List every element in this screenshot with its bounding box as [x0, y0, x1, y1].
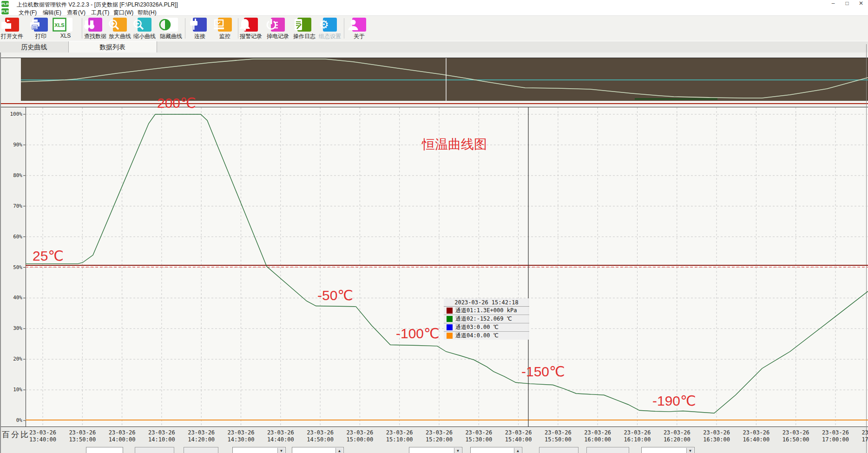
y-tick-label: 40%	[1, 295, 22, 301]
x-tick-label: 23-03-2614:20:00	[183, 429, 220, 443]
bottom-select-2[interactable]: ▼	[409, 447, 462, 453]
x-tick-label: 23-03-2615:00:00	[341, 429, 378, 443]
x-tick-label: 23-03-2613:40:00	[24, 429, 61, 443]
channel-value: 通道02:-152.069 ℃	[455, 315, 512, 323]
x-tick-label: 23-03-2615:20:00	[421, 429, 458, 443]
dropdown-arrow-icon[interactable]: ▼	[686, 448, 694, 453]
channel-color-swatch	[447, 324, 453, 330]
tooltip-row: 通道04:0.00 ℃	[444, 332, 529, 340]
x-tick-label: 23-03-2616:00:00	[579, 429, 616, 443]
bottom-label-1	[358, 447, 387, 453]
channel-color-swatch	[447, 308, 453, 314]
x-tick-label: 23-03-2616:40:00	[737, 429, 775, 443]
spinner-up-icon[interactable]: ▲	[335, 448, 343, 453]
y-axis-title: 百分比	[2, 429, 30, 440]
annot-m190c: -190℃	[652, 393, 696, 409]
x-tick-label: 23-03-2614:40:00	[262, 429, 299, 443]
y-tick-label: 90%	[1, 142, 22, 148]
annot-25c: 25℃	[33, 248, 64, 264]
channel-value: 通道03:0.00 ℃	[455, 323, 499, 331]
bottom-select-3[interactable]: ▼	[641, 447, 695, 453]
x-tick-label: 23-03-2614:00:00	[104, 429, 141, 443]
x-tick-label: 23-03-2614:50:00	[302, 429, 339, 443]
bottom-input-1[interactable]	[86, 447, 123, 453]
channel-color-swatch	[447, 316, 453, 322]
y-tick-label: 80%	[1, 172, 22, 178]
bottom-button-2[interactable]	[184, 447, 218, 453]
dropdown-arrow-icon[interactable]: ▼	[277, 448, 285, 453]
x-tick-label: 23-03-2614:30:00	[223, 429, 260, 443]
channel-color-swatch	[447, 333, 453, 339]
bottom-spinner-2[interactable]: ▲	[470, 447, 522, 453]
x-tick-label: 23-03-2616:20:00	[658, 429, 696, 443]
crosshair-tooltip: 2023-03-26 15:42:18 通道01:1.3E+000 kPa通道0…	[444, 298, 529, 340]
overview-curve	[21, 59, 868, 98]
y-tick-label: 50%	[1, 264, 22, 270]
y-tick-label: 60%	[1, 234, 22, 240]
y-tick-label: 0%	[1, 417, 22, 423]
y-tick-label: 70%	[1, 203, 22, 209]
x-tick-label: 23-03-2617:00:00	[817, 429, 854, 443]
spinner-up-icon[interactable]: ▲	[514, 448, 521, 453]
bottom-spinner-1[interactable]: ▲	[292, 447, 344, 453]
chart-canvas	[0, 0, 868, 453]
annot-m150c: -150℃	[521, 363, 565, 380]
x-tick-label: 23-03-2616:10:00	[619, 429, 656, 443]
bottom-button-3[interactable]	[539, 447, 579, 453]
x-tick-label: 23-03-2613:50:00	[64, 429, 101, 443]
x-tick-label: 23-03-2615:50:00	[539, 429, 577, 443]
tooltip-timestamp: 2023-03-26 15:42:18	[444, 298, 529, 307]
bottom-button-1[interactable]	[135, 447, 174, 453]
annot-m100c: -100℃	[396, 325, 440, 341]
tooltip-row: 通道02:-152.069 ℃	[444, 315, 529, 323]
chart-title: 恒温曲线图	[422, 136, 487, 153]
series-通道02	[26, 114, 868, 413]
x-tick-label: 23-03-2614:10:00	[143, 429, 180, 443]
y-tick-label: 10%	[1, 387, 22, 393]
dropdown-arrow-icon[interactable]: ▼	[454, 448, 461, 453]
bottom-button-4[interactable]	[586, 447, 629, 453]
y-tick-label: 20%	[1, 356, 22, 362]
app-window: PLR 上位机数据管理软件 V2.2.2.3 - [历史数据 [F:\PLR\2…	[0, 0, 868, 453]
bottom-select-1[interactable]: ▼	[232, 447, 286, 453]
channel-value: 通道04:0.00 ℃	[455, 332, 499, 340]
x-tick-label: 23-03-2616:30:00	[698, 429, 735, 443]
x-tick-label: 23-03-2615:30:00	[460, 429, 497, 443]
annot-200c: 200℃	[157, 95, 196, 111]
x-tick-label: 23-03-2615:40:00	[500, 429, 537, 443]
x-tick-label: 23-03-2615:10:00	[381, 429, 418, 443]
y-tick-label: 30%	[1, 325, 22, 331]
tooltip-row: 通道03:0.00 ℃	[444, 323, 529, 332]
x-tick-label: 23-03-2617:10:00	[856, 429, 868, 443]
tooltip-row: 通道01:1.3E+000 kPa	[444, 307, 529, 315]
channel-value: 通道01:1.3E+000 kPa	[455, 307, 517, 315]
x-tick-label: 23-03-2616:50:00	[777, 429, 815, 443]
annot-m50c: -50℃	[317, 287, 353, 303]
y-tick-label: 100%	[1, 111, 22, 117]
